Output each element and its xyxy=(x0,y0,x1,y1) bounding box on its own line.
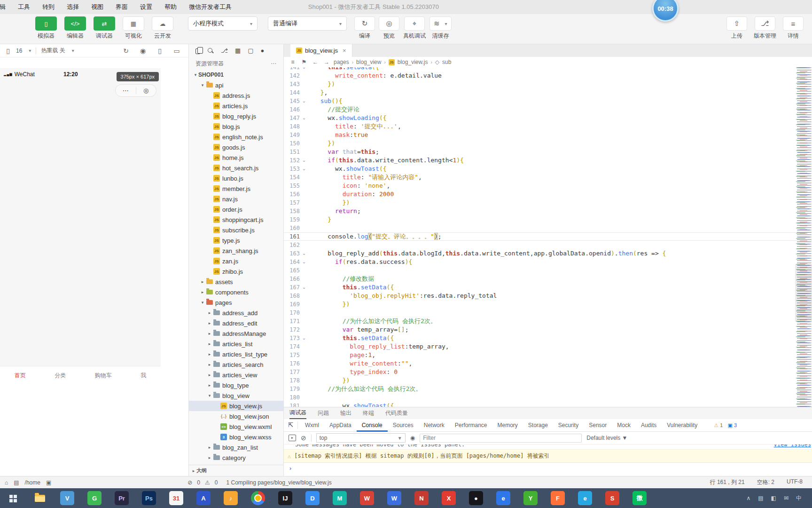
menu-item-8[interactable]: 微信开发者工具 xyxy=(183,0,238,14)
tree-item-lunbo.js[interactable]: JSlunbo.js xyxy=(189,173,283,183)
back-icon[interactable]: ← xyxy=(311,59,320,65)
taskbar-file-explorer[interactable] xyxy=(33,491,47,505)
debug-tab-问题[interactable]: 问题 xyxy=(318,407,329,419)
phone-preview[interactable]: ▂▄▆ WeChat 12:20 375px × 617px ⋯ ◎ 首页分类购… xyxy=(0,68,161,385)
search-icon[interactable] xyxy=(207,48,214,54)
devtools-tab-Storage[interactable]: Storage xyxy=(523,419,553,432)
inspect-icon[interactable]: ⇱ xyxy=(284,421,298,429)
compile-select[interactable]: 普通编译▾ xyxy=(268,16,347,31)
tree-item-blog_view.wxss[interactable]: 3blog_view.wxss xyxy=(189,432,283,442)
view-issues-link[interactable]: View issues xyxy=(774,444,811,448)
taskbar-chrome[interactable] xyxy=(251,491,265,505)
taskbar-security[interactable]: S xyxy=(605,491,619,505)
tree-item-goods.js[interactable]: JSgoods.js xyxy=(189,142,283,152)
action-refresh-button[interactable]: ↻编译 xyxy=(354,16,375,40)
tree-item-articles.js[interactable]: JSarticles.js xyxy=(189,101,283,111)
workspace-path[interactable]: /home xyxy=(25,479,40,486)
debug-tab-终端[interactable]: 终端 xyxy=(363,407,374,419)
devtools-tab-AppData[interactable]: AppData xyxy=(324,419,357,432)
phone-tab-我[interactable]: 我 xyxy=(141,372,146,380)
fold-icon[interactable]: ⌄ xyxy=(300,249,308,258)
taskbar-ie[interactable]: e xyxy=(578,491,592,505)
log-levels-select[interactable]: Default levels ▼ xyxy=(586,435,627,441)
debug-tab-输出[interactable]: 输出 xyxy=(340,407,351,419)
taskbar-app-green-y[interactable]: Y xyxy=(523,491,538,505)
fold-icon[interactable]: ⌄ xyxy=(300,283,308,292)
breadcrumb-item-sub[interactable]: sub xyxy=(442,59,451,65)
message-count-badge[interactable]: 3 xyxy=(727,422,737,429)
cloud-status-icon[interactable]: ● xyxy=(261,48,265,54)
tree-item-articles_list[interactable]: ▸articles_list xyxy=(189,339,283,349)
breadcrumb-item-blog_view[interactable]: blog_view xyxy=(356,59,381,65)
breadcrumb-item-pages[interactable]: pages xyxy=(334,59,349,65)
outline-section[interactable]: ▸ 大纲 xyxy=(189,465,283,476)
debug-tab-代码质量[interactable]: 代码质量 xyxy=(385,407,408,419)
device-scale-icon[interactable]: ▯ xyxy=(3,47,13,55)
tray-icon-2[interactable]: ◧ xyxy=(771,495,776,501)
menu-item-3[interactable]: 选择 xyxy=(61,0,85,14)
minimap-slider[interactable] xyxy=(795,264,812,322)
bookmark-icon[interactable]: ⚑ xyxy=(300,59,308,65)
tree-item-addressManage[interactable]: ▸addressManage xyxy=(189,328,283,339)
more-actions-icon[interactable]: ⋯ xyxy=(271,60,277,67)
encoding[interactable]: UTF-8 xyxy=(787,478,803,486)
fold-icon[interactable]: ⌄ xyxy=(300,67,308,71)
menu-item-0[interactable]: 辑 xyxy=(0,0,12,14)
tree-item-shoppingcart.js[interactable]: JSshoppingcart.js xyxy=(189,214,283,225)
menu-item-6[interactable]: 设置 xyxy=(134,0,158,14)
outline-list-icon[interactable]: ≡ xyxy=(289,59,297,65)
tree-item-articles_view[interactable]: ▸articles_view xyxy=(189,370,283,380)
tree-item-blog_type[interactable]: ▸blog_type xyxy=(189,380,283,390)
multi-frame-icon[interactable]: ▸ xyxy=(289,435,296,441)
fold-icon[interactable]: ⌄ xyxy=(300,156,308,165)
tree-item-zan.js[interactable]: JSzan.js xyxy=(189,256,283,266)
tree-item-category[interactable]: ▸category xyxy=(189,452,283,463)
tray-icon-1[interactable]: ▤ xyxy=(758,495,763,501)
taskbar-music[interactable]: ♪ xyxy=(224,491,238,505)
tree-item-order.js[interactable]: JSorder.js xyxy=(189,204,283,214)
minimap[interactable] xyxy=(795,67,812,407)
clear-console-icon[interactable]: ⊘ xyxy=(301,434,306,442)
taskbar-app-green[interactable]: G xyxy=(87,491,102,505)
tree-item-articles_search[interactable]: ▸articles_search xyxy=(189,359,283,370)
tree-item-blog_zan_list[interactable]: ▸blog_zan_list xyxy=(189,442,283,452)
taskbar-photoshop[interactable]: Ps xyxy=(142,491,156,505)
devtools-tab-Performance[interactable]: Performance xyxy=(450,419,492,432)
action-bug-button[interactable]: ⌖真机调试 xyxy=(403,16,426,40)
taskbar-calendar[interactable]: 31 xyxy=(169,491,183,505)
tree-item-zan_shang.js[interactable]: JSzan_shang.js xyxy=(189,246,283,256)
action-eye-button[interactable]: ◎预览 xyxy=(379,16,399,40)
files-icon[interactable] xyxy=(195,48,200,54)
devtools-tab-Sensor[interactable]: Sensor xyxy=(584,419,612,432)
refresh-icon[interactable]: ↻ xyxy=(121,47,131,55)
toolbar-phone-button[interactable]: ▯模拟器 xyxy=(34,16,58,40)
remote-icon[interactable]: ⌂ xyxy=(5,479,8,486)
close-button[interactable]: ◎ xyxy=(136,87,156,94)
tree-item-pages[interactable]: ▾pages xyxy=(189,297,283,308)
fold-icon[interactable]: ⌄ xyxy=(300,334,308,342)
devtools-tab-Network[interactable]: Network xyxy=(419,419,450,432)
close-icon[interactable]: × xyxy=(343,47,346,54)
fold-icon[interactable]: ⌄ xyxy=(300,258,308,266)
live-expression-icon[interactable]: ◉ xyxy=(410,435,415,441)
tree-item-address_edit[interactable]: ▸address_edit xyxy=(189,318,283,328)
extensions-icon[interactable]: ▦ xyxy=(235,48,241,54)
phone-tab-分类[interactable]: 分类 xyxy=(55,372,66,380)
tree-item-blog.js[interactable]: JSblog.js xyxy=(189,121,283,132)
taskbar-start[interactable] xyxy=(6,491,20,505)
taskbar-edge[interactable]: e xyxy=(496,491,510,505)
taskbar-netease[interactable]: N xyxy=(414,491,429,505)
tree-item-address_add[interactable]: ▸address_add xyxy=(189,308,283,318)
devtools-tab-Wxml[interactable]: Wxml xyxy=(300,419,324,432)
devtools-tab-Sources[interactable]: Sources xyxy=(388,419,419,432)
phone-tab-首页[interactable]: 首页 xyxy=(15,372,26,380)
tray-icon-0[interactable]: ∧ xyxy=(746,495,750,501)
fold-icon[interactable]: ⌄ xyxy=(300,165,308,173)
tree-item-blog_view.json[interactable]: {..}blog_view.json xyxy=(189,411,283,421)
taskbar-wechat[interactable]: 微 xyxy=(632,491,647,505)
tree-item-blog_view.wxml[interactable]: <>blog_view.wxml xyxy=(189,421,283,432)
taskbar-dingtalk[interactable]: D xyxy=(305,491,320,505)
breadcrumb-item-blog_view.js[interactable]: blog_view.js xyxy=(398,59,428,65)
record-icon[interactable]: ◉ xyxy=(138,47,148,55)
taskbar-intellij[interactable]: IJ xyxy=(278,491,292,505)
